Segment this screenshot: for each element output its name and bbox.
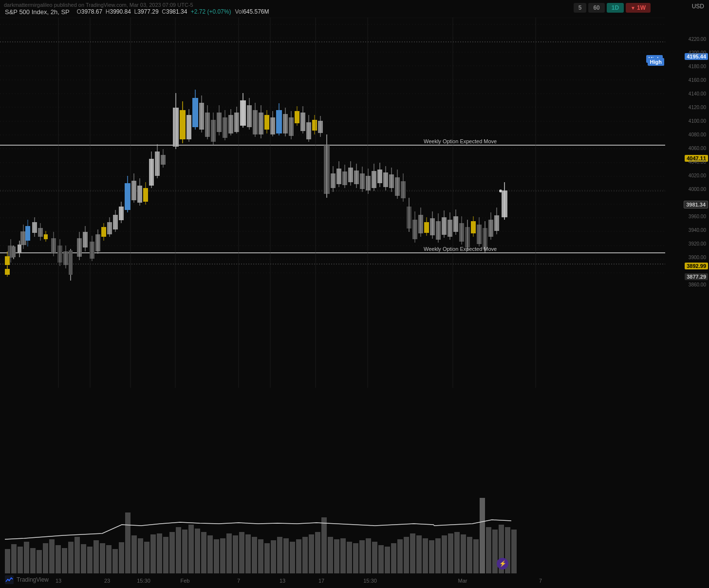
svg-rect-218 (62, 548, 67, 573)
low-price-label: 3877.29 (685, 273, 708, 280)
svg-rect-283 (473, 539, 479, 573)
svg-rect-250 (264, 543, 270, 573)
svg-rect-251 (271, 540, 276, 573)
vol-value: 645.576M (243, 8, 269, 15)
svg-rect-269 (385, 547, 390, 573)
svg-rect-241 (207, 535, 213, 573)
svg-rect-223 (93, 540, 99, 573)
svg-rect-253 (283, 538, 289, 573)
current-price-label: 3981.34 (684, 201, 708, 209)
high-level-badge: High (648, 58, 664, 66)
price-tick-4180: 4180.00 (689, 64, 706, 69)
price-tick-3900: 3900.00 (689, 255, 706, 260)
svg-rect-243 (220, 538, 225, 573)
svg-rect-232 (150, 534, 156, 573)
vol-label: Vol (235, 8, 243, 15)
svg-rect-51 (69, 250, 73, 275)
svg-rect-0 (0, 18, 665, 388)
svg-rect-284 (480, 498, 485, 573)
price-tick-4000: 4000.00 (689, 187, 706, 192)
price-tick-3860: 3860.00 (689, 282, 706, 287)
svg-rect-282 (467, 537, 472, 573)
svg-rect-240 (201, 532, 206, 573)
svg-rect-280 (454, 532, 460, 573)
tradingview-logo: TradingView (5, 575, 49, 584)
svg-rect-222 (87, 547, 93, 573)
svg-rect-258 (315, 532, 320, 573)
volume-chart-svg (0, 491, 665, 573)
svg-rect-233 (157, 533, 162, 573)
x-tick-1530b: 15:30 (363, 578, 377, 584)
svg-rect-234 (163, 537, 168, 573)
svg-rect-225 (106, 545, 112, 573)
svg-rect-285 (486, 527, 491, 573)
svg-rect-257 (309, 534, 314, 573)
price-tick-4020: 4020.00 (689, 173, 706, 178)
svg-rect-260 (328, 537, 333, 573)
price-tick-4120: 4120.00 (689, 105, 706, 110)
price-tick-4100: 4100.00 (689, 118, 706, 124)
x-tick-mar: Mar (458, 578, 467, 584)
tf-button-1w[interactable]: ▼ 1W (626, 3, 651, 13)
svg-rect-237 (182, 530, 187, 573)
tradingview-text: TradingView (17, 576, 49, 583)
attribution-text: darkmattermirgalileo published on Tradin… (0, 0, 197, 10)
svg-rect-244 (226, 533, 232, 573)
svg-rect-246 (239, 532, 244, 573)
svg-rect-268 (378, 545, 384, 573)
svg-rect-238 (188, 525, 194, 573)
price-tick-4060: 4060.00 (689, 146, 706, 151)
wem-lower-price-label: 3892.99 (685, 263, 708, 269)
price-tick-4160: 4160.00 (689, 77, 706, 83)
svg-text:Weekly Option Expected Move: Weekly Option Expected Move (424, 246, 497, 252)
svg-rect-278 (442, 535, 447, 573)
svg-rect-290 (5, 575, 14, 584)
price-tick-3960: 3960.00 (689, 214, 706, 219)
svg-rect-228 (125, 512, 131, 573)
svg-rect-271 (397, 539, 403, 573)
svg-rect-254 (290, 542, 295, 573)
price-tick-4220: 4220.00 (689, 37, 706, 42)
svg-rect-230 (138, 538, 143, 573)
x-tick-7b: 7 (539, 578, 542, 584)
svg-rect-215 (43, 543, 48, 573)
svg-rect-276 (429, 540, 434, 573)
main-chart-svg: Weekly Option Expected Move Weekly Optio… (0, 18, 665, 388)
x-tick-23: 23 (104, 578, 110, 584)
svg-rect-221 (81, 544, 86, 573)
svg-rect-273 (410, 533, 415, 573)
price-tick-4040: 4040.00 (689, 159, 706, 165)
svg-rect-226 (112, 549, 118, 573)
svg-rect-242 (214, 539, 219, 573)
tv-logo-icon (5, 575, 14, 584)
svg-rect-209 (5, 549, 10, 573)
svg-rect-261 (334, 539, 339, 573)
svg-rect-255 (296, 539, 301, 573)
price-tick-3940: 3940.00 (689, 228, 706, 233)
price-tick-3920: 3920.00 (689, 241, 706, 247)
svg-rect-263 (347, 542, 352, 573)
svg-rect-212 (24, 542, 29, 573)
lightning-icon[interactable]: ⚡ (497, 558, 508, 569)
svg-rect-239 (195, 529, 200, 573)
svg-rect-245 (233, 535, 238, 573)
svg-rect-210 (11, 544, 17, 573)
svg-rect-236 (176, 527, 181, 573)
svg-rect-231 (144, 542, 149, 573)
svg-rect-219 (68, 542, 74, 573)
x-tick-feb: Feb (181, 578, 190, 584)
tf-button-5[interactable]: 5 (574, 3, 587, 13)
chart-container: darkmattermirgalileo published on Tradin… (0, 0, 709, 588)
tf-button-60[interactable]: 60 (588, 3, 604, 13)
svg-rect-213 (30, 548, 36, 573)
timeframe-selector: 5 60 1D ▼ 1W (574, 3, 651, 13)
svg-rect-252 (277, 537, 282, 573)
x-tick-13: 13 (56, 578, 61, 584)
x-axis: 13 23 15:30 Feb 7 13 17 15:30 Mar 7 (0, 573, 665, 588)
price-tick-4140: 4140.00 (689, 91, 706, 96)
vol-section: Vol645.576M (235, 8, 269, 15)
svg-rect-235 (169, 532, 175, 573)
tf-button-1d[interactable]: 1D (607, 3, 624, 13)
svg-rect-224 (100, 543, 105, 573)
svg-rect-33 (12, 247, 16, 257)
